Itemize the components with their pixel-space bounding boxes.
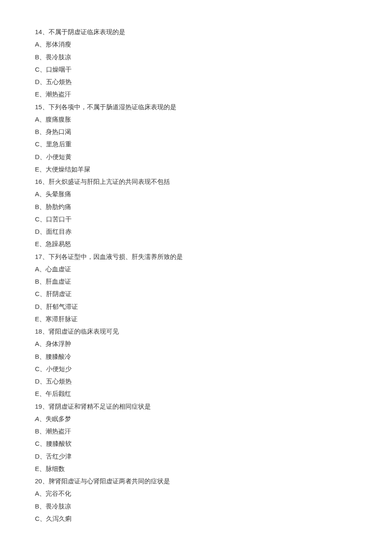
question-stem: 16、肝火炽盛证与肝阳上亢证的共同表现不包括 bbox=[35, 175, 357, 188]
question-14: 14、不属于阴虚证临床表现的是A、形体消瘦B、畏冷肢凉C、口燥咽干D、五心烦热E… bbox=[35, 26, 357, 101]
question-20: 20、脾肾阳虚证与心肾阳虚证两者共同的症状是A、完谷不化B、畏冷肢凉C、久泻久痢 bbox=[35, 475, 357, 525]
option-D: D、五心烦热 bbox=[35, 76, 357, 88]
option-D: D、小便短黄 bbox=[35, 151, 357, 163]
option-B: B、身热口渴 bbox=[35, 125, 357, 138]
question-16: 16、肝火炽盛证与肝阳上亢证的共同表现不包括A、头晕胀痛B、胁肋灼痛C、口苦口干… bbox=[35, 175, 357, 250]
option-D: D、舌红少津 bbox=[35, 450, 357, 462]
option-C: C、肝阴虚证 bbox=[35, 288, 357, 300]
question-15: 15、下列各项中，不属于肠道湿热证临床表现的是A、腹痛腹胀B、身热口渴C、里急后… bbox=[35, 101, 357, 176]
option-A: A、身体浮肿 bbox=[35, 337, 357, 350]
option-B: B、畏冷肢凉 bbox=[35, 51, 357, 63]
question-19: 19、肾阴虚证和肾精不足证的相同症状是A、失眠多梦B、潮热盗汗C、腰膝酸软D、舌… bbox=[35, 400, 357, 475]
option-E: E、午后颧红 bbox=[35, 387, 357, 400]
option-E: E、潮热盗汗 bbox=[35, 88, 357, 100]
option-B: B、腰膝酸冷 bbox=[35, 350, 357, 363]
question-stem: 20、脾肾阳虚证与心肾阳虚证两者共同的症状是 bbox=[35, 475, 357, 487]
option-E: E、脉细数 bbox=[35, 462, 357, 475]
question-17: 17、下列各证型中，因血液亏损、肝失濡养所致的是A、心血虚证B、肝血虚证C、肝阴… bbox=[35, 250, 357, 325]
question-stem: 19、肾阴虚证和肾精不足证的相同症状是 bbox=[35, 400, 357, 413]
question-18: 18、肾阳虚证的临床表现可见A、身体浮肿B、腰膝酸冷C、小便短少D、五心烦热E、… bbox=[35, 325, 357, 400]
option-C: C、小便短少 bbox=[35, 363, 357, 375]
option-D: D、面红目赤 bbox=[35, 225, 357, 238]
option-E: E、寒滞肝脉证 bbox=[35, 313, 357, 325]
option-D: D、肝郁气滞证 bbox=[35, 300, 357, 313]
option-B: B、胁肋灼痛 bbox=[35, 200, 357, 213]
option-E: E、大便燥结如羊屎 bbox=[35, 163, 357, 175]
question-stem: 18、肾阳虚证的临床表现可见 bbox=[35, 325, 357, 337]
option-C: C、口燥咽干 bbox=[35, 63, 357, 76]
option-A: A、腹痛腹胀 bbox=[35, 113, 357, 125]
option-A: A、完谷不化 bbox=[35, 487, 357, 500]
option-C: C、久泻久痢 bbox=[35, 512, 357, 525]
option-C: C、里急后重 bbox=[35, 138, 357, 150]
option-C: C、口苦口干 bbox=[35, 213, 357, 225]
option-A: A、形体消瘦 bbox=[35, 38, 357, 50]
option-D: D、五心烦热 bbox=[35, 375, 357, 387]
option-B: B、畏冷肢凉 bbox=[35, 500, 357, 512]
option-A: A、失眠多梦 bbox=[35, 413, 357, 425]
question-stem: 14、不属于阴虚证临床表现的是 bbox=[35, 26, 357, 38]
option-B: B、肝血虚证 bbox=[35, 275, 357, 288]
option-A: A、头晕胀痛 bbox=[35, 188, 357, 200]
option-A: A、心血虚证 bbox=[35, 263, 357, 275]
option-E: E、急躁易怒 bbox=[35, 238, 357, 250]
option-C: C、腰膝酸软 bbox=[35, 437, 357, 450]
question-stem: 17、下列各证型中，因血液亏损、肝失濡养所致的是 bbox=[35, 250, 357, 263]
question-stem: 15、下列各项中，不属于肠道湿热证临床表现的是 bbox=[35, 101, 357, 113]
option-B: B、潮热盗汗 bbox=[35, 425, 357, 437]
